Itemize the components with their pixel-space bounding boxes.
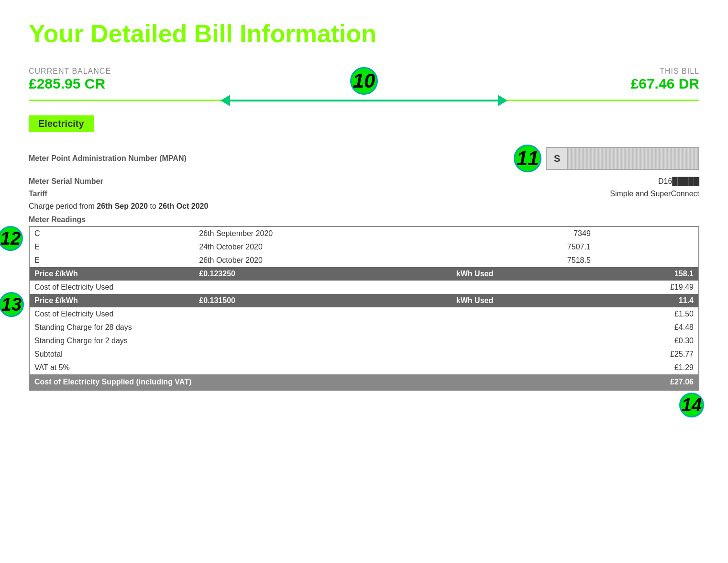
kwh-used-value-1: 158.1 bbox=[596, 267, 699, 281]
reading-type-2: E bbox=[29, 240, 194, 254]
cost-row-1: Cost of Electricity Used £19.49 bbox=[29, 281, 699, 294]
charge-period-from: 26th Sep 2020 bbox=[97, 202, 148, 210]
price-row-2: 13 Price £/kWh £0.131500 kWh Used 11.4 bbox=[29, 294, 699, 307]
cost-row-2: Cost of Electricity Used £1.50 bbox=[29, 307, 699, 321]
reading-type-3: E bbox=[29, 254, 194, 267]
charge-period-text: Charge period from bbox=[29, 202, 95, 210]
price-value-2: £0.131500 bbox=[194, 294, 452, 307]
cost-label-2: Cost of Electricity Used bbox=[29, 307, 596, 321]
reading-value-3: 7518.5 bbox=[452, 254, 596, 267]
cost-value-1: £19.49 bbox=[596, 281, 699, 294]
reading-value-1: 7349 bbox=[452, 226, 596, 240]
standing-charge-2-value: £0.30 bbox=[596, 334, 699, 348]
standing-charge-2-row: Standing Charge for 2 days £0.30 bbox=[29, 334, 699, 348]
meter-serial-label: Meter Serial Number bbox=[29, 177, 103, 186]
readings-area: 12 C 26th September 2020 7349 E 24th Oct… bbox=[29, 226, 699, 391]
reading-row-1: C 26th September 2020 7349 bbox=[29, 226, 699, 240]
arrow-right-icon bbox=[498, 95, 507, 106]
electricity-badge: Electricity bbox=[29, 115, 94, 132]
standing-charge-28-label: Standing Charge for 28 days bbox=[29, 321, 596, 334]
reading-date-2: 24th October 2020 bbox=[194, 240, 452, 254]
reading-date-3: 26th October 2020 bbox=[194, 254, 452, 267]
cost-label-1: Cost of Electricity Used bbox=[29, 281, 596, 294]
annotation-10: 10 bbox=[350, 67, 378, 95]
vat-value: £1.29 bbox=[596, 361, 699, 374]
charge-period-row: Charge period from 26th Sep 2020 to 26th… bbox=[29, 200, 699, 213]
arrow-line bbox=[230, 100, 498, 101]
total-label: Cost of Electricity Supplied (including … bbox=[29, 374, 596, 390]
mpan-blurred-value bbox=[568, 148, 698, 169]
readings-detail-table: C 26th September 2020 7349 E 24th Octobe… bbox=[29, 226, 699, 391]
page-title: Your Detailed Bill Information bbox=[29, 19, 699, 48]
subtotal-value: £25.77 bbox=[596, 348, 699, 361]
reading-row-3: E 26th October 2020 7518.5 bbox=[29, 254, 699, 267]
price-label-1: Price £/kWh bbox=[29, 267, 194, 281]
mpan-s-label: S bbox=[547, 148, 568, 169]
this-bill-amount: £67.46 DR bbox=[631, 76, 699, 92]
double-arrow bbox=[221, 95, 507, 106]
arrow-annotation: 10 bbox=[221, 67, 507, 106]
kwh-used-label-2: kWh Used bbox=[452, 294, 596, 307]
subtotal-label: Subtotal bbox=[29, 348, 596, 361]
meter-serial-value: D16█████ bbox=[658, 177, 699, 186]
charge-period-to: 26th Oct 2020 bbox=[158, 202, 208, 210]
tariff-label: Tariff bbox=[29, 190, 47, 198]
mpan-label: Meter Point Administration Number (MPAN) bbox=[29, 154, 187, 163]
reading-row-2: E 24th October 2020 7507.1 bbox=[29, 240, 699, 254]
standing-charge-28-row: Standing Charge for 28 days £4.48 bbox=[29, 321, 699, 334]
reading-type-1: C bbox=[29, 226, 194, 240]
mpan-row: Meter Point Administration Number (MPAN)… bbox=[29, 142, 699, 175]
total-row: Cost of Electricity Supplied (including … bbox=[29, 374, 699, 390]
charge-period-to-label: to bbox=[150, 202, 156, 210]
price-row-1: Price £/kWh £0.123250 kWh Used 158.1 bbox=[29, 267, 699, 281]
subtotal-row: Subtotal £25.77 bbox=[29, 348, 699, 361]
arrow-left-icon bbox=[221, 95, 230, 106]
total-value: £27.06 bbox=[596, 374, 699, 390]
vat-row: VAT at 5% £1.29 bbox=[29, 361, 699, 374]
mpan-box: S bbox=[546, 147, 699, 170]
annotation-12: 12 bbox=[0, 226, 23, 251]
current-balance-label: CURRENT BALANCE bbox=[29, 67, 111, 76]
cost-value-2: £1.50 bbox=[596, 307, 699, 321]
current-balance-block: CURRENT BALANCE £285.95 CR bbox=[29, 67, 111, 92]
vat-label: VAT at 5% bbox=[29, 361, 596, 374]
current-balance-amount: £285.95 CR bbox=[29, 76, 111, 92]
meter-readings-label: Meter Readings bbox=[29, 213, 699, 226]
mpan-right: 11 S bbox=[514, 145, 699, 172]
kwh-used-label-1: kWh Used bbox=[452, 267, 596, 281]
annotation-13: 13 bbox=[0, 292, 24, 317]
kwh-used-value-2: 11.4 bbox=[596, 294, 699, 307]
standing-charge-2-label: Standing Charge for 2 days bbox=[29, 334, 596, 348]
tariff-row: Tariff Simple and SuperConnect bbox=[29, 188, 699, 200]
annotation-11: 11 bbox=[514, 145, 541, 172]
meter-serial-row: Meter Serial Number D16█████ bbox=[29, 175, 699, 188]
annotation-14: 14 bbox=[679, 393, 704, 417]
electricity-section: Electricity Meter Point Administration N… bbox=[29, 115, 699, 391]
this-bill-block: THIS BILL £67.46 DR bbox=[631, 67, 699, 92]
price-label-2: 13 Price £/kWh bbox=[29, 294, 194, 307]
price-value-1: £0.123250 bbox=[194, 267, 452, 281]
tariff-value: Simple and SuperConnect bbox=[610, 190, 699, 198]
reading-value-2: 7507.1 bbox=[452, 240, 596, 254]
reading-date-1: 26th September 2020 bbox=[194, 226, 452, 240]
standing-charge-28-value: £4.48 bbox=[596, 321, 699, 334]
this-bill-label: THIS BILL bbox=[660, 67, 699, 76]
balance-section: CURRENT BALANCE £285.95 CR 10 THIS BILL … bbox=[29, 67, 699, 101]
